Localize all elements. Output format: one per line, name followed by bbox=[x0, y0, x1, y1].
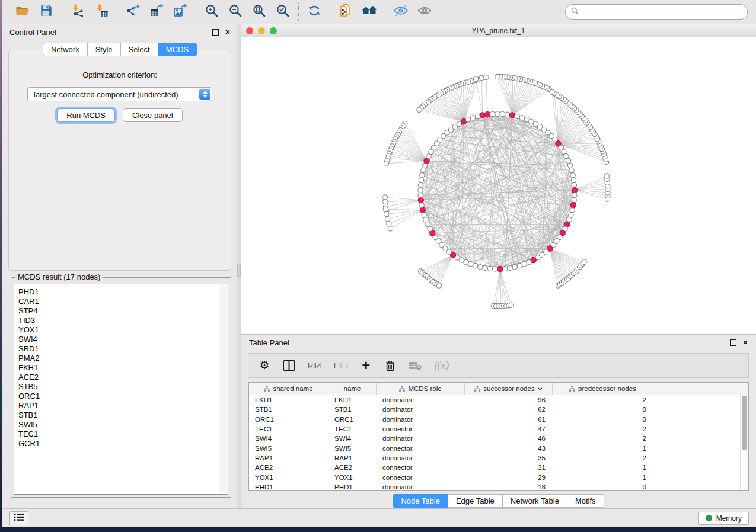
network-node[interactable] bbox=[478, 265, 483, 270]
import-table-button[interactable] bbox=[94, 4, 109, 20]
tab-network[interactable]: Network bbox=[43, 43, 87, 56]
dominator-node[interactable] bbox=[485, 112, 490, 117]
network-node[interactable] bbox=[572, 193, 577, 197]
network-node[interactable] bbox=[387, 221, 391, 226]
network-node[interactable] bbox=[570, 207, 575, 212]
network-node[interactable] bbox=[476, 114, 480, 118]
network-node[interactable] bbox=[550, 89, 554, 94]
network-node[interactable] bbox=[500, 111, 505, 116]
window-minimize-traffic-light[interactable] bbox=[258, 27, 265, 34]
column-header-predecessor-nodes[interactable]: predecessor nodes bbox=[553, 383, 653, 395]
deselect-all-button[interactable]: ☐☐ bbox=[334, 358, 347, 373]
dominator-node[interactable] bbox=[572, 187, 577, 193]
tab-style[interactable]: Style bbox=[87, 43, 120, 56]
network-node[interactable] bbox=[421, 168, 426, 172]
criterion-select[interactable]: largest connected component (undirected) bbox=[27, 87, 212, 101]
dominator-node[interactable] bbox=[510, 113, 515, 118]
result-list-scrollbar[interactable] bbox=[219, 285, 227, 493]
dominator-node[interactable] bbox=[418, 197, 423, 203]
network-node[interactable] bbox=[512, 265, 517, 270]
network-node[interactable] bbox=[517, 263, 522, 268]
table-row[interactable]: STB1STB1dominator620 bbox=[249, 405, 748, 414]
zoom-out-button[interactable] bbox=[228, 4, 243, 20]
column-header-shared-name[interactable]: shared name bbox=[249, 383, 328, 395]
list-item[interactable]: ACE2 bbox=[18, 373, 228, 382]
list-item[interactable]: RAP1 bbox=[18, 401, 228, 411]
network-node[interactable] bbox=[493, 267, 497, 271]
network-node[interactable] bbox=[419, 203, 424, 207]
clone-network-button[interactable] bbox=[338, 4, 353, 20]
list-item[interactable]: SRD1 bbox=[18, 344, 228, 354]
network-view-canvas[interactable] bbox=[241, 37, 756, 334]
network-node[interactable] bbox=[566, 158, 570, 163]
table-row[interactable]: RAP1RAP1dominator352 bbox=[249, 453, 748, 463]
table-row[interactable]: TEC1TEC1connector472 bbox=[249, 424, 748, 434]
delete-column-button[interactable] bbox=[384, 358, 396, 373]
export-image-button[interactable] bbox=[173, 4, 188, 20]
network-node[interactable] bbox=[383, 200, 388, 204]
network-node[interactable] bbox=[384, 211, 389, 216]
network-node[interactable] bbox=[495, 74, 500, 79]
table-scrollbar-thumb[interactable] bbox=[742, 396, 747, 450]
network-node[interactable] bbox=[384, 161, 389, 166]
select-all-button[interactable]: ☑☑ bbox=[308, 358, 321, 373]
table-row[interactable]: SWI4SWI4dominator462 bbox=[249, 434, 748, 443]
zoom-fit-button[interactable] bbox=[251, 4, 267, 20]
tab-select[interactable]: Select bbox=[120, 43, 158, 56]
list-item[interactable]: TEC1 bbox=[18, 430, 228, 439]
dominator-node[interactable] bbox=[570, 203, 576, 208]
list-item[interactable]: YOX1 bbox=[18, 325, 228, 335]
network-node[interactable] bbox=[570, 172, 575, 177]
list-item[interactable]: PMA2 bbox=[18, 354, 228, 363]
table-scrollbar[interactable] bbox=[740, 395, 748, 490]
list-item[interactable]: TID3 bbox=[18, 316, 228, 325]
list-item[interactable]: ORC1 bbox=[18, 392, 228, 401]
tab-node-table[interactable]: Node Table bbox=[393, 494, 448, 508]
save-session-button[interactable] bbox=[39, 4, 54, 20]
network-node[interactable] bbox=[417, 107, 422, 112]
column-header-name[interactable]: name bbox=[328, 383, 377, 395]
run-mcds-button[interactable]: Run MCDS bbox=[57, 108, 115, 122]
close-panel-button[interactable]: Close panel bbox=[123, 108, 183, 122]
network-node[interactable] bbox=[484, 75, 489, 79]
float-table-panel-icon[interactable] bbox=[730, 339, 736, 346]
table-row[interactable]: SWI5SWI5connector431 bbox=[249, 443, 748, 453]
tab-edge-table[interactable]: Edge Table bbox=[448, 494, 502, 508]
network-node[interactable] bbox=[418, 188, 423, 193]
network-node[interactable] bbox=[527, 259, 531, 264]
list-item[interactable]: PHD1 bbox=[18, 287, 228, 297]
network-node[interactable] bbox=[420, 172, 425, 177]
network-node[interactable] bbox=[490, 111, 495, 116]
network-node[interactable] bbox=[473, 263, 477, 268]
network-node[interactable] bbox=[466, 117, 471, 122]
show-columns-button[interactable] bbox=[283, 358, 295, 373]
network-node[interactable] bbox=[383, 207, 388, 211]
network-node[interactable] bbox=[382, 195, 387, 200]
network-node[interactable] bbox=[571, 178, 576, 182]
dominator-node[interactable] bbox=[420, 207, 425, 213]
network-node[interactable] bbox=[468, 262, 473, 267]
export-network-button[interactable] bbox=[125, 4, 141, 20]
network-node[interactable] bbox=[464, 259, 468, 264]
list-item[interactable]: SWI5 bbox=[18, 420, 228, 430]
table-row[interactable]: ACE2ACE2connector311 bbox=[249, 463, 748, 472]
network-node[interactable] bbox=[428, 226, 432, 231]
import-network-button[interactable] bbox=[70, 4, 85, 20]
dominator-node[interactable] bbox=[497, 266, 503, 271]
network-node[interactable] bbox=[572, 182, 576, 187]
column-header-successor-nodes[interactable]: successor nodes bbox=[465, 383, 553, 395]
network-node[interactable] bbox=[418, 193, 423, 197]
list-item[interactable]: FKH1 bbox=[18, 363, 228, 373]
close-panel-icon[interactable]: × bbox=[225, 29, 230, 35]
network-node[interactable] bbox=[487, 266, 492, 271]
tab-motifs[interactable]: Motifs bbox=[567, 494, 604, 508]
table-row[interactable]: FKH1FKH1dominator962 bbox=[249, 395, 748, 405]
network-node[interactable] bbox=[508, 265, 512, 270]
close-table-panel-icon[interactable]: × bbox=[743, 339, 748, 345]
add-column-button[interactable]: + bbox=[360, 358, 372, 373]
list-item[interactable]: STP4 bbox=[18, 306, 228, 316]
network-node[interactable] bbox=[495, 111, 500, 116]
network-node[interactable] bbox=[604, 174, 609, 178]
table-row[interactable]: PHD1PHD1dominator180 bbox=[249, 482, 748, 491]
refresh-button[interactable] bbox=[307, 4, 322, 20]
